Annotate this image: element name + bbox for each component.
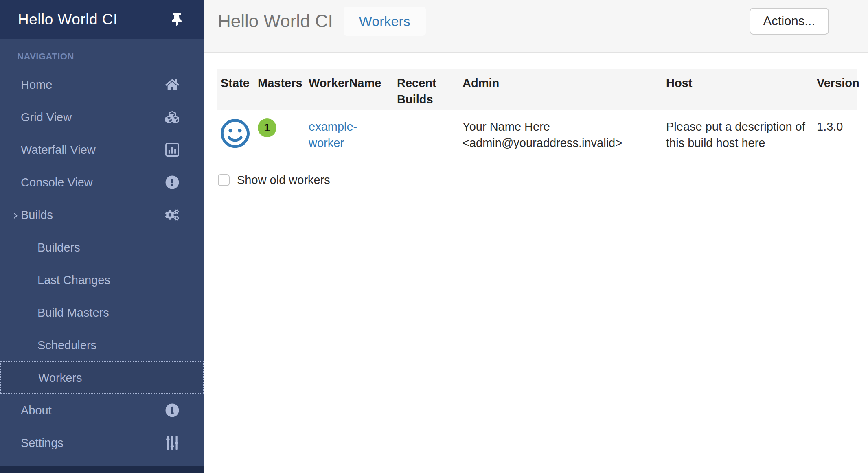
sidebar-item-last-changes[interactable]: Last Changes — [0, 264, 204, 296]
sidebar-item-label: Schedulers — [37, 339, 179, 352]
workers-table: State Masters WorkerName Recent Builds A… — [217, 69, 857, 160]
sliders-icon — [165, 436, 179, 450]
home-icon — [165, 78, 179, 92]
sidebar-item-label: Grid View — [21, 111, 165, 124]
chevron-right-icon — [12, 210, 19, 220]
worker-link[interactable]: example-worker — [309, 120, 357, 149]
column-header-version: Version — [813, 69, 857, 110]
admin-cell: Your Name Here <admin@youraddress.invali… — [458, 110, 662, 161]
sidebar-item-settings[interactable]: Settings — [0, 427, 204, 459]
cogs-icon — [165, 208, 179, 222]
sidebar-item-label: Build Masters — [37, 306, 179, 320]
recent-builds-cell — [393, 110, 458, 161]
thumbtack-icon[interactable] — [170, 13, 183, 26]
page-title: Hello World CI — [218, 11, 333, 31]
nav-section-label: NAVIGATION — [0, 39, 204, 68]
sidebar-item-home[interactable]: Home — [0, 68, 204, 101]
column-header-admin: Admin — [458, 69, 662, 110]
sidebar-item-console-view[interactable]: Console View — [0, 166, 204, 199]
sidebar: Hello World CI NAVIGATION Home Grid View… — [0, 0, 204, 473]
sidebar-item-label: Workers — [38, 371, 178, 385]
sidebar-item-label: Last Changes — [37, 274, 179, 287]
masters-count-badge: 1 — [258, 118, 276, 137]
workername-cell: example-worker — [305, 110, 393, 161]
host-cell: Please put a description of this build h… — [662, 110, 813, 161]
sidebar-item-about[interactable]: About — [0, 394, 204, 427]
table-header-row: State Masters WorkerName Recent Builds A… — [217, 69, 857, 110]
column-header-recent-builds: Recent Builds — [393, 69, 458, 110]
masters-cell: 1 — [254, 110, 305, 161]
info-circle-icon — [165, 403, 179, 417]
sidebar-item-label: Console View — [21, 176, 165, 189]
show-old-workers-row: Show old workers — [218, 173, 857, 187]
sidebar-item-label: Settings — [21, 436, 165, 450]
actions-button[interactable]: Actions... — [750, 8, 829, 35]
sidebar-item-label: Waterfall View — [21, 143, 165, 157]
exclamation-circle-icon — [165, 175, 179, 189]
page-header: Hello World CI Workers Actions... — [204, 0, 868, 53]
sidebar-item-builders[interactable]: Builders — [0, 231, 204, 264]
main-content: Hello World CI Workers Actions... State … — [204, 0, 868, 473]
sidebar-item-label: Home — [21, 78, 165, 92]
sidebar-item-grid-view[interactable]: Grid View — [0, 101, 204, 134]
column-header-masters: Masters — [254, 69, 305, 110]
smile-icon — [221, 138, 250, 151]
sidebar-header: Hello World CI — [0, 0, 204, 39]
column-header-host: Host — [662, 69, 813, 110]
sidebar-item-waterfall-view[interactable]: Waterfall View — [0, 134, 204, 166]
sidebar-item-builds[interactable]: Builds — [0, 199, 204, 231]
tab-workers[interactable]: Workers — [344, 7, 426, 36]
bar-chart-icon — [165, 143, 179, 157]
show-old-workers-checkbox[interactable] — [218, 174, 230, 186]
cubes-icon — [165, 110, 179, 124]
sidebar-item-label: Builds — [21, 208, 165, 222]
workers-content: State Masters WorkerName Recent Builds A… — [204, 53, 868, 187]
show-old-workers-label: Show old workers — [237, 173, 330, 187]
sidebar-item-label: Builders — [37, 241, 179, 254]
sidebar-item-schedulers[interactable]: Schedulers — [0, 329, 204, 361]
sidebar-footer — [0, 466, 204, 473]
sidebar-item-label: About — [21, 404, 165, 417]
sidebar-item-build-masters[interactable]: Build Masters — [0, 296, 204, 329]
brand-title: Hello World CI — [18, 11, 118, 28]
table-row: 1 example-worker Your Name Here <admin@y… — [217, 110, 857, 161]
sidebar-item-workers[interactable]: Workers — [0, 361, 204, 394]
column-header-workername: WorkerName — [305, 69, 393, 110]
version-cell: 1.3.0 — [813, 110, 857, 161]
column-header-state: State — [217, 69, 254, 110]
state-cell — [217, 110, 254, 161]
